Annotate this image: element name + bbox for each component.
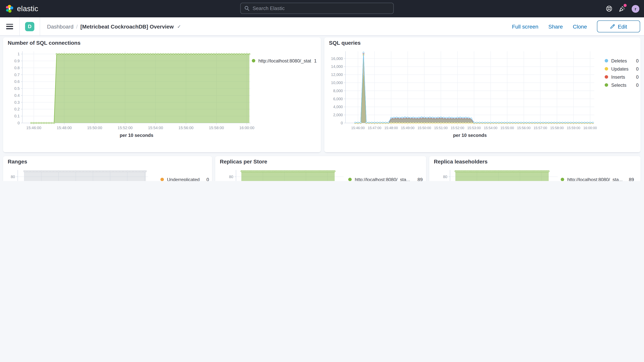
legend-value: 0: [636, 58, 638, 64]
global-header: elastic Search Elastic: [0, 0, 644, 17]
svg-text:80: 80: [443, 175, 447, 179]
svg-text:12,000: 12,000: [331, 72, 343, 77]
svg-text:14,000: 14,000: [331, 64, 343, 68]
clone-button[interactable]: Clone: [573, 23, 587, 30]
svg-text:0.4: 0.4: [14, 93, 20, 98]
legend-swatch-icon: [160, 178, 164, 181]
legend-item[interactable]: Updates0: [605, 65, 638, 73]
svg-text:8,000: 8,000: [333, 89, 343, 93]
share-button[interactable]: Share: [548, 23, 563, 30]
svg-text:70: 70: [11, 180, 15, 181]
legend-item[interactable]: http://localhost:8080/_sta...89: [561, 176, 634, 181]
kibana-dashboard-app: elastic Search Elastic: [0, 0, 644, 181]
help-icon[interactable]: [606, 5, 612, 12]
logo-text: elastic: [17, 4, 38, 13]
legend-item[interactable]: Underreplicated0: [160, 176, 209, 181]
svg-text:0.1: 0.1: [14, 114, 20, 118]
legend-label: Deletes: [611, 58, 634, 64]
legend-item[interactable]: Deletes0: [605, 57, 638, 65]
toolbar-actions: Full screen Share Clone Edit: [512, 17, 640, 36]
breadcrumb-dashboard[interactable]: Dashboard: [47, 23, 74, 30]
legend-value: 0: [636, 66, 638, 72]
news-icon[interactable]: [618, 5, 626, 12]
full-screen-button[interactable]: Full screen: [512, 23, 538, 30]
panel-title[interactable]: Replica leaseholders: [434, 158, 488, 164]
svg-text:15:50:00: 15:50:00: [418, 126, 431, 130]
svg-text:15:57:00: 15:57:00: [534, 126, 547, 130]
search-input[interactable]: Search Elastic: [240, 3, 394, 14]
svg-text:16:00:00: 16:00:00: [239, 126, 254, 130]
panel-sql-queries: SQL queries 02,0004,0006,0008,00010,0001…: [324, 38, 640, 152]
svg-text:4,000: 4,000: [333, 105, 343, 109]
legend-swatch-icon: [348, 178, 352, 181]
svg-text:0.8: 0.8: [14, 66, 20, 70]
svg-text:0.5: 0.5: [14, 86, 20, 90]
user-avatar[interactable]: r: [632, 5, 639, 12]
page-title: [Metricbeat CockroachDB] Overview: [80, 23, 174, 30]
svg-text:15:46:00: 15:46:00: [351, 126, 364, 130]
svg-text:15:47:00: 15:47:00: [368, 126, 381, 130]
legend-item[interactable]: http://localhost:8080/_sta...89: [348, 176, 423, 181]
chart-legend: http://localhost:8080/_sta...89: [561, 176, 634, 181]
svg-text:15:58:00: 15:58:00: [209, 126, 224, 130]
breadcrumb: Dashboard / [Metricbeat CockroachDB] Ove…: [47, 23, 181, 30]
panel-ranges: Ranges 0102030405060708015:46:0015:48:00…: [3, 156, 212, 181]
svg-text:70: 70: [443, 180, 447, 181]
svg-text:15:52:00: 15:52:00: [118, 126, 133, 130]
svg-text:15:50:00: 15:50:00: [87, 126, 102, 130]
legend-value: 89: [629, 177, 634, 181]
svg-text:15:59:00: 15:59:00: [567, 126, 580, 130]
svg-text:15:52:00: 15:52:00: [450, 126, 464, 130]
legend-item[interactable]: Selects0: [605, 81, 638, 89]
legend-swatch-icon: [605, 75, 608, 79]
svg-text:0.7: 0.7: [14, 73, 20, 77]
legend-value: 89: [418, 177, 423, 181]
svg-text:0.2: 0.2: [14, 107, 20, 111]
svg-text:15:53:00: 15:53:00: [467, 126, 481, 130]
breadcrumb-separator: /: [76, 23, 78, 30]
legend-item[interactable]: Inserts0: [605, 73, 638, 81]
svg-text:15:48:00: 15:48:00: [57, 126, 72, 130]
header-actions: r: [606, 0, 639, 17]
svg-text:0.3: 0.3: [14, 100, 20, 104]
panel-replicas-per-store: Replicas per Store 0102030405060708015:4…: [215, 156, 426, 181]
panel-sql-connections: Number of SQL connections 00.10.20.30.40…: [3, 38, 321, 152]
elastic-logo-icon: [6, 4, 14, 13]
chart-legend: http://localhost:8080/_stat...1: [252, 57, 316, 65]
chart-canvas[interactable]: 02,0004,0006,0008,00010,00012,00014,0001…: [324, 38, 640, 152]
chart-canvas[interactable]: 00.10.20.30.40.50.60.70.80.9115:46:0015:…: [3, 38, 321, 152]
chart-legend: Deletes0Updates0Inserts0Selects0: [605, 57, 638, 89]
legend-item[interactable]: http://localhost:8080/_stat...1: [252, 57, 316, 65]
svg-text:15:49:00: 15:49:00: [401, 126, 414, 130]
panel-title[interactable]: SQL queries: [329, 40, 360, 46]
panel-title[interactable]: Ranges: [8, 158, 27, 164]
badge-letter: D: [28, 24, 32, 29]
panel-title[interactable]: Number of SQL connections: [8, 40, 80, 46]
svg-text:2,000: 2,000: [333, 113, 343, 117]
divider: [40, 17, 40, 36]
legend-label: Inserts: [611, 74, 634, 80]
legend-value: 0: [636, 82, 638, 88]
legend-label: Selects: [611, 82, 634, 88]
svg-text:0.6: 0.6: [14, 80, 20, 84]
legend-label: Updates: [611, 66, 634, 72]
svg-text:80: 80: [229, 175, 233, 179]
edit-button[interactable]: Edit: [597, 20, 640, 32]
panel-replica-leaseholders: Replica leaseholders 0102030405060708015…: [429, 156, 640, 181]
menu-icon[interactable]: [6, 24, 13, 29]
elastic-logo[interactable]: elastic: [6, 4, 38, 13]
legend-value: 0: [206, 177, 209, 181]
svg-text:15:56:00: 15:56:00: [517, 126, 530, 130]
dashboard-badge[interactable]: D: [25, 22, 34, 31]
svg-text:10,000: 10,000: [331, 80, 343, 85]
svg-text:15:46:00: 15:46:00: [26, 126, 41, 130]
dashboard-toolbar: D Dashboard / [Metricbeat CockroachDB] O…: [0, 17, 644, 36]
legend-label: http://localhost:8080/_sta...: [355, 177, 415, 181]
edit-label: Edit: [618, 23, 627, 30]
svg-text:0: 0: [341, 121, 343, 125]
legend-swatch-icon: [605, 83, 608, 87]
panel-title[interactable]: Replicas per Store: [220, 158, 267, 164]
check-icon[interactable]: ✓: [177, 24, 181, 29]
svg-text:6,000: 6,000: [333, 97, 343, 101]
legend-value: 0: [636, 74, 638, 80]
